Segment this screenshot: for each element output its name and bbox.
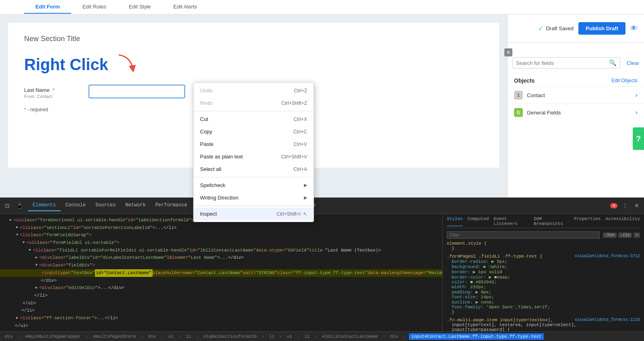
search-input[interactable] [516,60,609,66]
devtools-styles-panel: Styles Computed Event Listeners DOM Brea… [443,214,644,331]
st-tab-dom-breakpoints[interactable]: DOM Breakpoints [534,216,569,226]
edit-objects-link[interactable]: Edit Objects [611,78,638,83]
devtools-body: ▶ <ul class="formSectionUl ui-sortable-h… [0,214,644,331]
bc-div2[interactable]: div [147,334,158,339]
bc-input-selected[interactable]: input#Contact.LastName.ff-input-type.ff-… [409,333,544,340]
cursor-indicator: ↖ [303,211,307,217]
object-label-contact: Contact [527,92,636,98]
html-line-14: ▶ <li class="ff-section-footer">...</li> [0,314,442,322]
ctx-paste-plain[interactable]: Paste as plain text Ctrl+Shift+V [194,150,314,163]
html-line-4: ▼ <ul class="formFieldUl ui-sortable"> [0,239,442,247]
tab-edit-rules[interactable]: Edit Rules [71,0,118,14]
dt-tab-network[interactable]: Network [120,200,150,211]
bc-div[interactable]: div [3,334,14,339]
ctx-copy[interactable]: Copy Ctrl+C [194,125,314,138]
form-canvas: New Section Title Right Click [0,15,507,198]
html-line-9: </div> [0,277,442,285]
style-filter-input[interactable] [447,231,600,239]
preview-button[interactable]: 👁 [630,24,638,33]
dt-tab-elements[interactable]: Elements [28,200,61,211]
object-item-general[interactable]: G General Fields › [508,104,644,121]
filter-hov[interactable]: :hov [603,233,617,238]
tab-edit-style[interactable]: Edit Style [118,0,162,14]
html-line-7: ▼ <div class="fieldDiv"> [0,262,442,269]
tab-edit-alerts[interactable]: Edit Alerts [162,0,208,14]
nav-tabs-row: Edit Form Edit Rules Edit Style Edit Ale… [0,0,644,15]
st-tab-event-listeners[interactable]: Event Listeners [493,216,529,226]
ctx-sep-1 [194,111,314,111]
dt-tab-performance[interactable]: Performance [151,200,192,211]
bc-lblli[interactable]: #lblliContactLastName [320,334,380,339]
html-line-8-highlighted[interactable]: <input type="textbox" id="Contact.LastNa… [0,269,442,277]
devtools-inspect-btn[interactable]: ⊡ [3,202,11,210]
required-star: * [53,87,55,93]
style-rule-form-field: .formPageUl .fieldLi .ff-type-text { vis… [447,254,640,314]
ctx-inspect[interactable]: Inspect Ctrl+Shift+I ↖ [194,208,314,220]
bc-main[interactable]: #mainMultiPageWrapper [23,334,83,339]
devtools-close-btn[interactable]: ✕ [633,202,641,210]
bc-li2[interactable]: li [268,334,276,339]
devtools-top-bar: ⊡ 📱 Elements Console Sources Network Per… [0,198,644,214]
dt-tab-console[interactable]: Console [61,200,91,211]
field-input-wrapper [89,85,185,98]
ctx-sep-3 [194,206,314,206]
ctx-sep-2 [194,177,314,177]
style-source-2[interactable]: visualantidote_formcss:1133 [575,318,640,322]
filter-cls[interactable]: .cls [618,233,632,238]
ctx-cut[interactable]: Cut Ctrl+X [194,113,314,125]
style-rule-multipage: .fc-multi-page-item input[type=textbox],… [447,318,640,331]
filter-add[interactable]: + [634,233,640,238]
object-item-contact[interactable]: 1 Contact › [508,86,644,104]
devtools-menu-btn[interactable]: ⋮ [621,202,630,210]
devtools-actions: 4 ⋮ ✕ [610,202,641,210]
html-line-5: ▶ <li class="fieldLi sortableForRelField… [0,247,442,254]
right-sidebar: ✓ Draft Saved Publish Draft 👁 ✕ 🔍 Clear … [507,15,644,198]
devtools-mobile-btn[interactable]: 📱 [14,202,25,210]
publish-draft-button[interactable]: Publish Draft [578,22,625,35]
html-line-12: </ul> [0,299,442,307]
html-line-15: </ul> [0,322,442,330]
ctx-writing-direction[interactable]: Writing Direction ▶ [194,191,314,204]
bc-form[interactable]: #multiPageUIForm [92,334,138,339]
help-button[interactable]: ? [633,127,644,150]
html-line-2: ▶ <li class="sectionLi" id="sortableForS… [0,224,442,232]
st-tab-computed[interactable]: Computed [468,216,489,226]
object-label-general: General Fields [527,110,636,116]
search-area: 🔍 Clear [508,53,644,73]
last-name-input[interactable] [89,85,185,98]
bc-li[interactable]: li [184,334,193,339]
contact-chevron-icon: › [636,91,638,99]
ctx-undo[interactable]: Undo Ctrl+Z [194,84,314,97]
object-num-general: G [514,108,523,117]
st-tab-accessibility[interactable]: Accessibility [605,216,640,226]
html-line-3: ▼ <li class="formFieldUlwrap"> [0,231,442,239]
search-wrapper: 🔍 [512,57,620,69]
close-button[interactable]: ✕ [504,48,512,56]
styles-tabs: Styles Computed Event Listeners DOM Brea… [447,216,640,228]
dt-tab-sources[interactable]: Sources [91,200,120,211]
st-tab-properties[interactable]: Properties [574,216,601,226]
top-tabs: Edit Form Edit Rules Edit Style Edit Ale… [0,0,644,15]
draft-saved-label: Draft Saved [546,25,574,31]
toolbar-area: ✓ Draft Saved Publish Draft 👁 [508,15,644,43]
bc-ul2[interactable]: ul [285,334,293,339]
clear-button[interactable]: Clear [627,60,639,66]
ctx-redo[interactable]: Redo Ctrl+Shift+Z [194,97,314,109]
st-tab-styles[interactable]: Styles [447,216,463,226]
bc-li3[interactable]: li [303,334,311,339]
error-badge: 4 [610,203,617,208]
bc-div3[interactable]: div [388,334,400,339]
bc-section[interactable]: #labelSectionformUI0 [202,334,258,339]
style-source-1[interactable]: visualantidote_formcss:3712 [575,254,640,259]
tab-edit-form[interactable]: Edit Form [24,0,71,14]
bc-ul[interactable]: ul [167,334,175,339]
ctx-paste[interactable]: Paste Ctrl+V [194,138,314,150]
ctx-spellcheck[interactable]: Spellcheck ▶ [194,179,314,191]
html-line-6: ▶ <div class="labelDiv" id="divLabelCont… [0,254,442,262]
draft-saved-status: ✓ Draft Saved [538,25,574,32]
main-body: New Section Title Right Click [0,15,644,198]
ctx-select-all[interactable]: Select all Ctrl+A [194,163,314,175]
check-icon: ✓ [538,25,543,32]
from-contact: From: Contact [24,94,80,99]
filter-badges: :hov .cls + [603,233,640,238]
